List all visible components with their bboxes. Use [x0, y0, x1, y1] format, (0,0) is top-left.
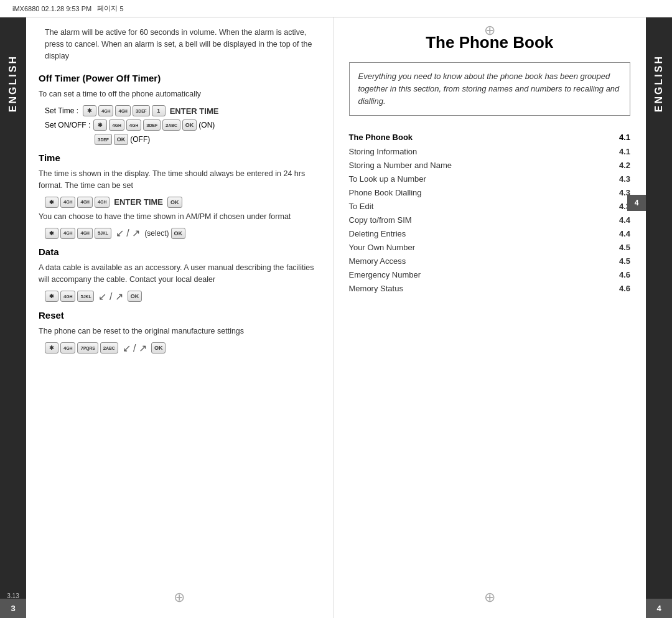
- key-star-5: ✱: [45, 291, 58, 302]
- key-4gh-10: 4GH: [60, 291, 75, 302]
- key-4gh-11: 4GH: [60, 342, 75, 353]
- time-key-row2: ✱ 4GH 4GH 5JKL ↙ / ↗ (select) OK: [45, 227, 320, 239]
- key-4gh-3: 4GH: [109, 119, 124, 131]
- data-heading: Data: [39, 246, 320, 257]
- section-data: Data A data cable is available as an acc…: [39, 246, 320, 302]
- toc-label-10: Memory Status: [349, 282, 612, 296]
- toc-item-9: Emergency Number 4.6: [349, 268, 631, 282]
- data-body: A data cable is available as an accessor…: [39, 262, 320, 286]
- header-korean: 페이지: [97, 4, 118, 13]
- header-page: 5: [119, 5, 123, 12]
- key-star-4: ✱: [45, 228, 58, 239]
- key-4gh-6: 4GH: [77, 197, 92, 208]
- alarm-text: The alarm will be active for 60 seconds …: [45, 27, 320, 62]
- toc-number-10: 4.6: [612, 282, 630, 296]
- set-onoff-row: Set ON/OFF : ✱ 4GH 4GH 3DEF 2ABC OK (ON): [45, 119, 320, 131]
- set-onoff-label: Set ON/OFF :: [45, 121, 90, 129]
- toc-label-4: To Edit: [349, 200, 612, 213]
- main-content: ENGLISH 3.13 3 The alarm will be active …: [0, 17, 672, 618]
- toc-number-0: 4.1: [612, 145, 630, 159]
- key-ok-time: OK: [167, 197, 182, 208]
- toc-item-2: To Look up a Number 4.3: [349, 172, 631, 186]
- toc-item-1: Storing a Number and Name 4.2: [349, 159, 631, 172]
- toc-label-2: To Look up a Number: [349, 172, 612, 186]
- key-7pqrs: 7PQRS: [77, 342, 98, 353]
- left-column: The alarm will be active for 60 seconds …: [26, 17, 334, 618]
- page-container: iMX6880 02.1.28 9:53 PM 페이지 5 ENGLISH 3.…: [0, 0, 672, 618]
- key-4gh-7: 4GH: [95, 197, 110, 208]
- intro-box: Everything you need to know about the ph…: [349, 62, 631, 116]
- toc-number-8: 4.5: [612, 255, 630, 268]
- key-3def-2: 3DEF: [143, 119, 161, 131]
- key-4gh-8: 4GH: [60, 228, 75, 239]
- reset-body: The phone can be reset to the original m…: [39, 325, 320, 337]
- toc-number-1: 4.2: [612, 159, 630, 172]
- toc-number-9: 4.6: [612, 268, 630, 282]
- toc-number-6: 4.4: [612, 227, 630, 241]
- toc-item-6: Deleting Entries 4.4: [349, 227, 631, 241]
- nav-arrow-3: ↙ / ↗: [123, 342, 147, 354]
- section-time: Time The time is shown in the display. T…: [39, 152, 320, 239]
- time-heading: Time: [39, 152, 320, 163]
- sidebar-left-page-number: 3: [0, 599, 26, 618]
- reset-heading: Reset: [39, 310, 320, 321]
- toc-item-0: Storing Information 4.1: [349, 145, 631, 159]
- toc-label-6: Deleting Entries: [349, 227, 612, 241]
- toc-label-0: Storing Information: [349, 145, 612, 159]
- on-label: (ON): [198, 121, 215, 129]
- section-badge-right: 4: [627, 195, 646, 211]
- toc-header-number: 4.1: [612, 131, 630, 144]
- enter-time-label2: ENTER TIME: [114, 197, 163, 207]
- section-off-timer: Off Timer (Power Off Timer) To can set a…: [39, 73, 320, 145]
- key-ok-reset: OK: [151, 342, 166, 353]
- key-4gh-4: 4GH: [126, 119, 141, 131]
- key-3def-3: 3DEF: [95, 134, 112, 145]
- key-ok-off: OK: [114, 134, 129, 145]
- off-label: (OFF): [130, 135, 150, 144]
- nav-arrow-2: ↙ / ↗: [98, 291, 123, 302]
- sidebar-left-english-label: ENGLISH: [7, 55, 19, 112]
- nav-arrow: ↙ / ↗: [116, 227, 140, 239]
- key-5jkl-2: 5JKL: [77, 291, 94, 302]
- enter-time-label1: ENTER TIME: [170, 106, 219, 116]
- toc-item-5: Copy to/from SIM 4.4: [349, 213, 631, 227]
- toc-header-label: The Phone Book: [349, 131, 612, 144]
- key-ok-data: OK: [128, 291, 142, 302]
- intro-text: Everything you need to know about the ph…: [358, 72, 620, 106]
- toc-label-9: Emergency Number: [349, 268, 612, 282]
- toc-item-3: Phone Book Dialling 4.3: [349, 186, 631, 200]
- toc-number-7: 4.5: [612, 241, 630, 255]
- toc-number-2: 4.3: [612, 172, 630, 186]
- header-filename: iMX6880 02.1.28 9:53 PM: [12, 5, 91, 12]
- key-2abc-2: 2ABC: [100, 342, 118, 353]
- off-row: 3DEF OK (OFF): [95, 134, 320, 145]
- toc-label-1: Storing a Number and Name: [349, 159, 612, 172]
- key-5jkl: 5JKL: [95, 228, 111, 239]
- toc-label-3: Phone Book Dialling: [349, 186, 612, 200]
- key-4gh-5: 4GH: [60, 197, 75, 208]
- toc-section: The Phone Book 4.1 Storing Information 4…: [349, 131, 631, 296]
- toc-item-10: Memory Status 4.6: [349, 282, 631, 296]
- toc-item-7: Your Own Number 4.5: [349, 241, 631, 255]
- set-time-label: Set Time :: [45, 106, 78, 115]
- crosshair-left-bottom: ⊕: [174, 589, 185, 606]
- key-4gh-1: 4GH: [98, 105, 113, 116]
- crosshair-right-bottom: ⊕: [484, 589, 495, 606]
- header-bar: iMX6880 02.1.28 9:53 PM 페이지 5: [0, 0, 672, 17]
- off-timer-heading: Off Timer (Power Off Timer): [39, 73, 320, 83]
- sidebar-right-page-number: 4: [646, 599, 672, 618]
- sidebar-right: ENGLISH 4: [646, 17, 672, 618]
- toc-item-4: To Edit 4.3: [349, 200, 631, 213]
- key-ok-on: OK: [182, 119, 197, 131]
- toc-number-5: 4.4: [612, 213, 630, 227]
- select-label: (select): [144, 229, 169, 238]
- key-star-6: ✱: [45, 342, 58, 353]
- key-1: 1: [152, 105, 166, 116]
- crosshair-right-top: ⊕: [484, 22, 495, 39]
- data-key-row: ✱ 4GH 5JKL ↙ / ↗ OK: [45, 291, 320, 302]
- key-2abc: 2ABC: [162, 119, 180, 131]
- toc-label-8: Memory Access: [349, 255, 612, 268]
- right-column: ⊕ The Phone Book Everything you need to …: [334, 17, 646, 618]
- toc-item-8: Memory Access 4.5: [349, 255, 631, 268]
- section-reset: Reset The phone can be reset to the orig…: [39, 310, 320, 354]
